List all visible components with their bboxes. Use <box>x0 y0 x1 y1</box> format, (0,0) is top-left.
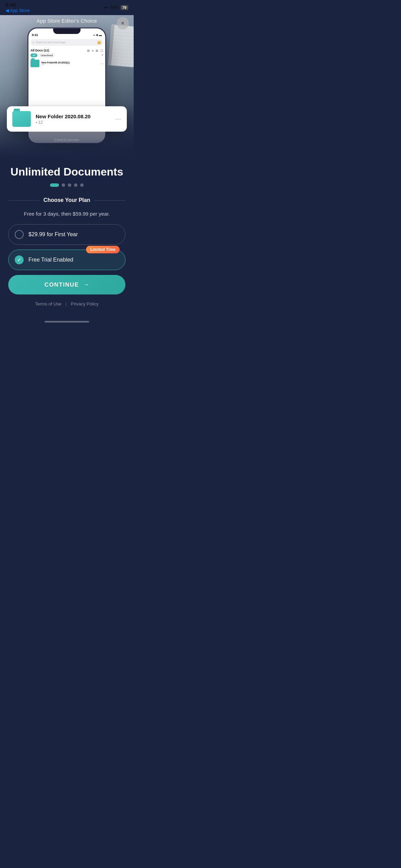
status-time: 8:42 <box>5 2 30 8</box>
status-icons: ▪▪▪ WiFi 79 <box>104 5 128 10</box>
dot-3 <box>68 183 71 187</box>
all-docs-title: All Docs (11) <box>31 49 49 52</box>
divider-line-right <box>94 200 125 201</box>
large-folder-icon <box>12 111 31 127</box>
continue-button[interactable]: CONTINUE → <box>8 275 125 294</box>
radio-1 <box>15 230 24 239</box>
footer-divider: | <box>65 301 66 306</box>
phone-search-bar: ⌕ Search the text of the image 👑 <box>31 39 103 46</box>
choose-plan-label: Choose Your Plan <box>44 197 90 203</box>
folder-icon-1 <box>31 60 39 67</box>
limited-time-badge: Limited Time <box>86 246 120 253</box>
app-store-back[interactable]: ◀ App Store <box>5 8 30 13</box>
editors-choice-text: App Store Editor's Choice <box>37 18 97 24</box>
home-indicator <box>0 317 134 325</box>
phone-tags: All Unarchived ▾ <box>31 53 103 57</box>
dot-5 <box>80 183 84 187</box>
plan-option-1[interactable]: $29.99 for First Year <box>8 224 125 245</box>
cam-scanner-label: CamScanner <box>54 138 80 142</box>
phone-all-docs: All Docs (11) ⊞ ≡ ⊞ ☐ All Unarchived ▾ <box>28 47 105 58</box>
tag-unarchived: Unarchived <box>39 53 55 57</box>
status-bar: 8:42 ◀ App Store ▪▪▪ WiFi 79 <box>0 0 134 15</box>
battery-indicator: 79 <box>121 5 128 10</box>
floating-folder-count: ▪ 12 <box>36 120 110 125</box>
plan-1-label: $29.99 for First Year <box>28 231 78 238</box>
plan-description: Free for 3 days, then $59.99 per year. <box>8 210 125 217</box>
choose-plan-divider: Choose Your Plan <box>8 197 125 203</box>
folder-name-1: New Folder05-19-2022(1) <box>41 61 98 64</box>
phone-search-icon: ⌕ <box>33 41 34 44</box>
continue-label: CONTINUE <box>45 281 79 288</box>
privacy-link[interactable]: Privacy Policy <box>71 301 99 306</box>
notebook-decoration <box>108 24 134 68</box>
sort-icon: ≡ <box>92 49 94 52</box>
crown-icon: 👑 <box>97 40 101 44</box>
folder-count-1: ▪ 4 <box>41 64 98 66</box>
main-content: Unlimited Documents Choose Your Plan Fre… <box>0 159 134 317</box>
phone-search-text: Search the text of the image <box>36 41 96 44</box>
phone-toolbar: ⊞ ≡ ⊞ ☐ <box>87 49 103 52</box>
feature-title: Unlimited Documents <box>8 166 125 178</box>
folder-menu-1: ··· <box>100 62 103 65</box>
add-folder-icon: ⊞ <box>87 49 90 52</box>
divider-line-left <box>8 200 39 201</box>
close-button[interactable]: × <box>117 17 129 29</box>
editors-choice-bar: App Store Editor's Choice <box>0 15 134 27</box>
phone-notch <box>53 28 81 34</box>
floating-folder-menu: ··· <box>115 116 121 123</box>
folder-card-info: New Folder 2020.08.20 ▪ 12 <box>36 113 110 125</box>
home-bar <box>45 321 89 323</box>
terms-link[interactable]: Terms of Use <box>35 301 62 306</box>
pagination-dots <box>8 183 125 187</box>
phone-folder-item-1: New Folder05-19-2022(1) ▪ 4 ··· <box>28 58 105 69</box>
dot-4 <box>74 183 77 187</box>
floating-folder-name: New Folder 2020.08.20 <box>36 113 110 119</box>
tag-all: All <box>31 53 37 57</box>
floating-folder-card: New Folder 2020.08.20 ▪ 12 ··· <box>7 106 127 132</box>
plan-option-2[interactable]: Limited Time ✓ Free Trial Enabled <box>8 250 125 270</box>
plan-2-label: Free Trial Enabled <box>28 257 73 263</box>
grid-icon: ⊞ <box>96 49 98 52</box>
dot-2 <box>62 183 65 187</box>
wifi-icon: WiFi <box>110 5 119 10</box>
radio-2: ✓ <box>15 255 24 264</box>
close-icon: × <box>121 20 124 26</box>
phone-status-icons: ▪▪ ⊛ ▬ <box>93 34 102 37</box>
dropdown-icon: ▾ <box>102 53 103 57</box>
footer-links: Terms of Use | Privacy Policy <box>8 301 125 306</box>
dot-1 <box>50 183 59 187</box>
check-icon: ✓ <box>17 257 21 263</box>
phone-time: 9:41 <box>32 33 38 37</box>
folder-info-1: New Folder05-19-2022(1) ▪ 4 <box>41 61 98 66</box>
signal-icon: ▪▪▪ <box>104 5 108 10</box>
arrow-icon: → <box>83 281 89 288</box>
hero-section: App Store Editor's Choice × 9:41 ▪▪ ⊛ ▬ … <box>0 15 134 159</box>
check-icon: ☐ <box>100 49 103 52</box>
